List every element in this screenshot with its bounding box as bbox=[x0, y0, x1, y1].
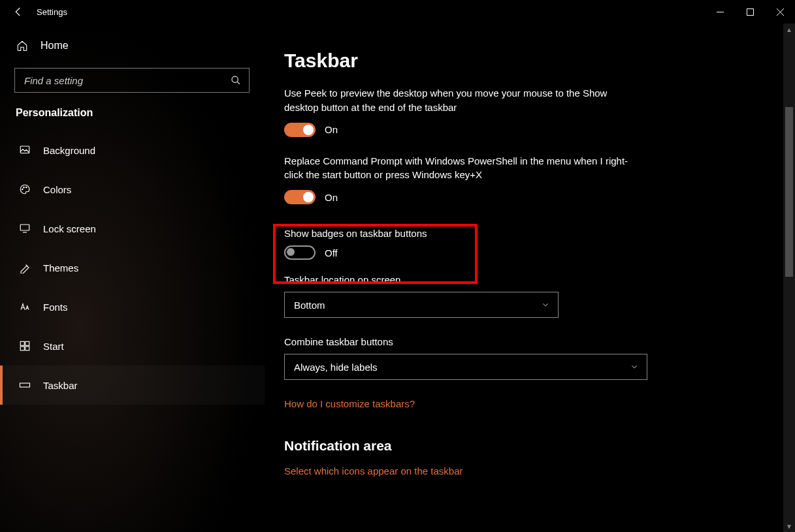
maximize-button[interactable] bbox=[735, 0, 765, 23]
combine-dropdown[interactable]: Always, hide labels bbox=[284, 354, 647, 380]
svg-point-4 bbox=[232, 76, 238, 82]
start-icon bbox=[18, 339, 31, 352]
palette-icon bbox=[18, 183, 31, 196]
sidebar-item-label: Lock screen bbox=[43, 223, 96, 234]
svg-rect-15 bbox=[25, 347, 29, 351]
badges-label: Show badges on taskbar buttons bbox=[284, 228, 764, 239]
combine-label: Combine taskbar buttons bbox=[284, 336, 764, 347]
scrollbar[interactable]: ▲ ▼ bbox=[783, 23, 795, 532]
sidebar-item-label: Start bbox=[43, 341, 64, 352]
search-input[interactable] bbox=[24, 75, 231, 86]
svg-rect-1 bbox=[747, 8, 753, 15]
powershell-description: Replace Command Prompt with Windows Powe… bbox=[284, 154, 637, 183]
sidebar-item-label: Colors bbox=[43, 184, 71, 195]
customize-link[interactable]: How do I customize taskbars? bbox=[284, 398, 764, 409]
scroll-down-button[interactable]: ▼ bbox=[783, 520, 795, 532]
minimize-button[interactable] bbox=[705, 0, 735, 23]
image-icon bbox=[18, 144, 31, 157]
sidebar-item-taskbar[interactable]: Taskbar bbox=[0, 366, 265, 405]
svg-rect-10 bbox=[20, 225, 29, 230]
sidebar-item-fonts[interactable]: Fonts bbox=[0, 287, 265, 326]
sidebar-item-label: Fonts bbox=[43, 302, 68, 313]
svg-rect-6 bbox=[20, 146, 29, 153]
back-button[interactable] bbox=[5, 0, 31, 23]
select-icons-link[interactable]: Select which icons appear on the taskbar bbox=[284, 465, 463, 477]
scroll-up-button[interactable]: ▲ bbox=[783, 23, 795, 35]
sidebar-item-label: Themes bbox=[43, 262, 78, 274]
svg-point-7 bbox=[22, 189, 24, 190]
scroll-thumb[interactable] bbox=[785, 107, 793, 277]
sidebar-item-start[interactable]: Start bbox=[0, 326, 265, 366]
peek-description: Use Peek to preview the desktop when you… bbox=[284, 86, 637, 115]
content-pane: Taskbar Use Peek to preview the desktop … bbox=[265, 23, 783, 532]
powershell-toggle[interactable] bbox=[284, 190, 316, 204]
chevron-down-icon bbox=[541, 300, 550, 309]
monitor-icon bbox=[18, 222, 31, 235]
window-title: Settings bbox=[31, 7, 67, 17]
sidebar-item-label: Background bbox=[43, 145, 95, 156]
page-title: Taskbar bbox=[284, 50, 764, 72]
sidebar-item-lock-screen[interactable]: Lock screen bbox=[0, 209, 265, 248]
sidebar: Home Personalization Background C bbox=[0, 23, 265, 532]
svg-rect-14 bbox=[20, 347, 24, 351]
location-value: Bottom bbox=[294, 300, 325, 311]
location-dropdown[interactable]: Bottom bbox=[284, 292, 559, 318]
home-icon bbox=[16, 39, 29, 52]
titlebar: Settings bbox=[0, 0, 795, 23]
home-label: Home bbox=[41, 40, 69, 52]
svg-point-8 bbox=[24, 187, 25, 188]
badges-toggle-state: Off bbox=[325, 247, 338, 258]
badges-toggle[interactable] bbox=[284, 245, 316, 260]
svg-rect-16 bbox=[20, 383, 30, 387]
combine-value: Always, hide labels bbox=[294, 362, 378, 373]
sidebar-item-colors[interactable]: Colors bbox=[0, 170, 265, 209]
chevron-down-icon bbox=[630, 362, 639, 371]
location-label: Taskbar location on screen bbox=[284, 274, 764, 285]
search-box[interactable] bbox=[14, 68, 250, 93]
fonts-icon bbox=[18, 300, 31, 313]
close-button[interactable] bbox=[765, 0, 795, 23]
svg-point-9 bbox=[26, 187, 27, 188]
sidebar-section-header: Personalization bbox=[0, 102, 265, 131]
svg-rect-13 bbox=[25, 341, 29, 345]
svg-line-5 bbox=[237, 82, 240, 84]
home-nav[interactable]: Home bbox=[0, 30, 265, 61]
sidebar-item-themes[interactable]: Themes bbox=[0, 248, 265, 287]
sidebar-item-label: Taskbar bbox=[43, 380, 78, 391]
scroll-track[interactable] bbox=[783, 35, 795, 520]
search-icon bbox=[231, 75, 241, 86]
peek-toggle[interactable] bbox=[284, 123, 316, 137]
notification-heading: Notification area bbox=[284, 438, 764, 454]
svg-rect-12 bbox=[20, 341, 24, 345]
themes-icon bbox=[18, 261, 31, 274]
peek-toggle-state: On bbox=[325, 124, 338, 135]
taskbar-icon bbox=[18, 379, 31, 392]
powershell-toggle-state: On bbox=[325, 192, 338, 203]
sidebar-item-background[interactable]: Background bbox=[0, 131, 265, 170]
